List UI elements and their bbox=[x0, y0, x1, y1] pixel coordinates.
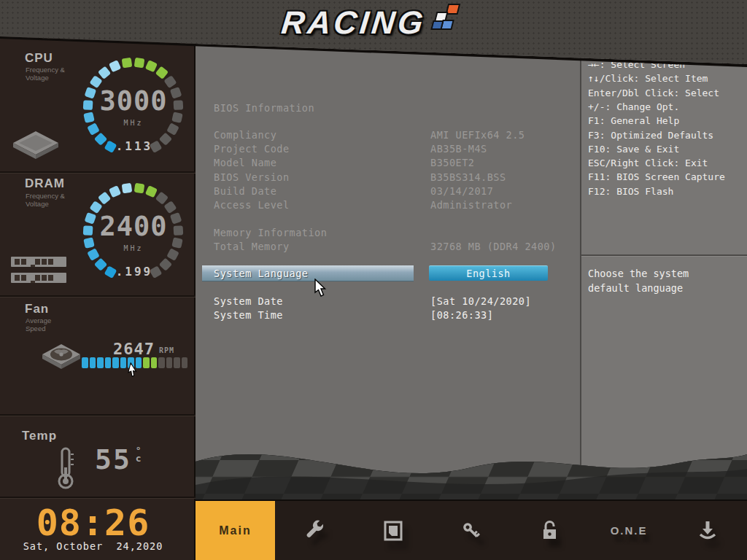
ram-sticks-icon bbox=[10, 255, 67, 286]
fan-bar-segment bbox=[90, 357, 96, 368]
gauge-segment bbox=[134, 183, 145, 194]
fan-icon bbox=[41, 343, 82, 372]
temp-value: 55 bbox=[95, 443, 131, 475]
row-label: Model Name bbox=[214, 157, 276, 168]
row-label: Compliancy bbox=[214, 129, 276, 141]
lock-icon bbox=[539, 520, 561, 542]
checkered-flag-icon bbox=[427, 1, 465, 35]
row-value: [08:26:33] bbox=[430, 309, 493, 321]
tab-save-exit[interactable] bbox=[668, 501, 747, 560]
fan-bar-segment bbox=[166, 357, 173, 368]
help-line: ↑↓/Click: Select Item bbox=[588, 73, 708, 84]
fan-rpm-value: 2647 bbox=[113, 340, 155, 358]
tab-main[interactable]: Main bbox=[196, 501, 275, 560]
bios-screen: RACING CPU Frequency & Voltage 3000 MHz … bbox=[0, 0, 747, 560]
fan-bar-segment bbox=[112, 357, 119, 368]
section-divider bbox=[0, 497, 196, 499]
gauge-segment bbox=[83, 100, 93, 110]
system-language-row[interactable]: System Language bbox=[202, 265, 414, 281]
fan-bar-segment bbox=[182, 357, 188, 368]
help-line: F10: Save & Exit bbox=[588, 144, 679, 155]
system-language-value-button[interactable]: English bbox=[429, 265, 548, 281]
gauge-segment bbox=[171, 112, 183, 123]
fan-section-title: Fan bbox=[25, 302, 49, 316]
row-label: Total Memory bbox=[214, 241, 290, 252]
cpu-voltage: 1.113ϟ bbox=[79, 139, 188, 153]
help-line: Enter/Dbl Click: Select bbox=[588, 88, 719, 98]
section-divider bbox=[0, 295, 196, 298]
mouse-cursor bbox=[314, 279, 329, 298]
row-value: B350ET2 bbox=[430, 157, 474, 168]
help-content: →←: Select Screen↑↓/Click: Select ItemEn… bbox=[581, 0, 747, 499]
tab-security[interactable] bbox=[433, 501, 511, 560]
bottom-nav: Main bbox=[196, 499, 747, 560]
gauge-segment bbox=[83, 225, 93, 236]
dram-frequency-gauge: 2400 MHz 1.199ϟ bbox=[79, 179, 188, 288]
dram-section-subtitle: Frequency & Voltage bbox=[26, 192, 65, 208]
tab-advanced[interactable] bbox=[275, 501, 354, 560]
wrench-icon bbox=[303, 520, 325, 542]
gauge-segment bbox=[98, 191, 111, 204]
row-value: AB35B-M4S bbox=[430, 143, 487, 155]
fan-section-subtitle: Average Speed bbox=[26, 316, 51, 332]
gauge-segment bbox=[145, 185, 158, 198]
section-divider bbox=[0, 414, 196, 416]
fan-rpm-unit: RPM bbox=[159, 346, 174, 354]
clock-time: 08:26 bbox=[0, 502, 186, 544]
row-label: System Time bbox=[214, 309, 283, 321]
row-value: [Sat 10/24/2020] bbox=[430, 295, 531, 307]
fan-bar-segment bbox=[143, 357, 150, 368]
row-label: Access Level bbox=[214, 199, 290, 211]
racing-logo-text: RACING bbox=[280, 4, 428, 41]
gauge-segment bbox=[109, 185, 121, 198]
help-line: F11: BIOS Screen Capture bbox=[588, 171, 725, 182]
help-divider bbox=[581, 254, 747, 257]
tab-chipset[interactable] bbox=[354, 501, 433, 560]
gauge-segment bbox=[98, 66, 111, 79]
key-icon bbox=[460, 520, 482, 542]
temp-readout: 55 °c bbox=[95, 443, 142, 475]
gauge-segment bbox=[109, 60, 121, 72]
download-icon bbox=[697, 520, 719, 542]
gauge-segment bbox=[145, 60, 158, 72]
help-line: +/-: Change Opt. bbox=[588, 101, 679, 112]
gauge-segment bbox=[171, 237, 183, 249]
fan-bar-segment bbox=[158, 357, 165, 368]
tab-boot[interactable] bbox=[511, 501, 589, 560]
fan-bar-segment bbox=[151, 357, 158, 368]
row-value: AMI UEFIx64 2.5 bbox=[430, 129, 525, 141]
gauge-segment bbox=[83, 112, 95, 123]
thermometer-icon bbox=[55, 447, 77, 489]
gauge-segment bbox=[155, 66, 169, 79]
cpu-section-title: CPU bbox=[25, 51, 53, 66]
gauge-segment bbox=[174, 100, 184, 110]
row-label: BIOS Version bbox=[214, 171, 290, 183]
cpu-frequency-gauge: 3000 MHz 1.113ϟ bbox=[79, 53, 188, 163]
help-line: F1: General Help bbox=[588, 115, 679, 126]
main-content: BIOS Information CompliancyAMI UEFIx64 2… bbox=[196, 0, 580, 499]
fan-bar-segment bbox=[105, 357, 112, 368]
cpu-section-subtitle: Frequency & Voltage bbox=[26, 66, 65, 82]
temp-section-title: Temp bbox=[22, 429, 57, 443]
fan-bar-segment bbox=[97, 357, 104, 368]
help-line: ESC/Right Click: Exit bbox=[588, 158, 708, 168]
gauge-segment bbox=[134, 58, 145, 69]
help-line: F3: Optimized Defaults bbox=[588, 130, 713, 141]
row-label: System Date bbox=[214, 295, 283, 307]
dram-section-title: DRAM bbox=[25, 176, 65, 191]
item-description: Choose the system default language bbox=[588, 267, 689, 295]
row-value: B35BS314.BSS bbox=[430, 171, 506, 183]
row-value: 32768 MB (DDR4 2400) bbox=[430, 241, 557, 252]
row-value: 03/14/2017 bbox=[430, 185, 493, 197]
gauge-segment bbox=[83, 237, 95, 249]
tab-one[interactable]: O.N.E bbox=[589, 501, 668, 560]
temp-unit: °c bbox=[136, 446, 142, 462]
row-label: Project Code bbox=[214, 143, 290, 155]
racing-logo: RACING bbox=[0, 4, 747, 41]
fan-bar-segment bbox=[120, 357, 127, 368]
section-divider bbox=[0, 171, 196, 174]
gauge-segment bbox=[155, 191, 169, 204]
fan-bar-segment bbox=[174, 357, 180, 368]
chipset-icon bbox=[382, 520, 404, 542]
help-line: F12: BIOS Flash bbox=[588, 186, 673, 197]
